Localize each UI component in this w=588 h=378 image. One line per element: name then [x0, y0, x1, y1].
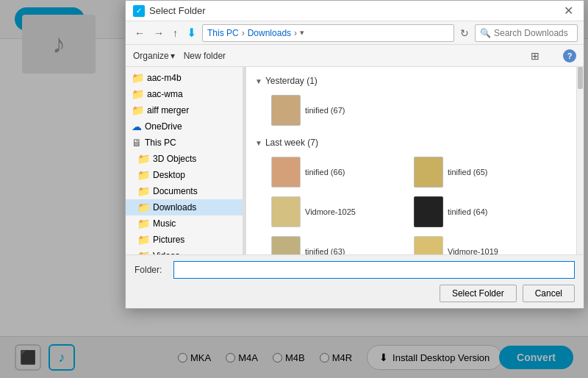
group-toggle-lastweek[interactable]: ▼: [255, 139, 262, 147]
group-yesterday: ▼ Yesterday (1): [255, 76, 567, 86]
files-grid-yesterday: tinified (67): [255, 92, 567, 129]
folder-input[interactable]: [173, 261, 575, 279]
tree-item-music[interactable]: 📁 Music: [126, 215, 243, 232]
breadcrumb-sep1: ›: [242, 28, 245, 38]
search-box: 🔍: [475, 24, 578, 42]
file-thumb: [271, 196, 301, 227]
search-icon: 🔍: [480, 28, 491, 38]
dialog-close-button[interactable]: ✕: [561, 4, 576, 18]
scrollbar-thumb: [578, 67, 583, 89]
tree-item-desktop[interactable]: 📁 Desktop: [126, 167, 243, 183]
files-grid-lastweek: tinified (66) tinified (65) Vidmore-1025…: [255, 154, 567, 254]
file-item-tinified63[interactable]: tinified (63): [267, 233, 406, 254]
files-panel: ▼ Yesterday (1) tinified (67) ▼ Last wee…: [246, 67, 576, 254]
organize-dropdown-icon: ▾: [171, 51, 175, 61]
folder-row: Folder:: [135, 261, 575, 279]
folder-icon: 📁: [137, 169, 150, 181]
breadcrumb-thispc[interactable]: This PC: [207, 28, 239, 38]
file-thumb: [414, 236, 443, 254]
organize-toolbar: Organize ▾ New folder ⊞ ?: [126, 45, 584, 67]
file-thumb: [414, 196, 443, 227]
file-item-tinified66[interactable]: tinified (66): [267, 154, 406, 190]
folder-label: Folder:: [135, 265, 168, 275]
file-thumb: [271, 95, 301, 126]
forward-button[interactable]: →: [151, 26, 167, 40]
dialog-title: Select Folder: [149, 5, 206, 16]
breadcrumb-downloads[interactable]: Downloads: [248, 28, 291, 38]
folder-download-icon: 📁: [137, 202, 150, 213]
select-folder-dialog: ✓ Select Folder ✕ ← → ↑ ⬇ This PC › Down…: [125, 0, 584, 309]
file-item-tinified65[interactable]: tinified (65): [409, 154, 549, 190]
tree-item-onedrive[interactable]: ☁ OneDrive: [126, 118, 243, 135]
help-button[interactable]: ?: [563, 49, 576, 63]
tree-item-thispc[interactable]: 🖥 This PC: [126, 135, 243, 151]
folder-icon: 📁: [137, 218, 150, 229]
dialog-app-icon: ✓: [133, 5, 145, 17]
file-thumb: [271, 236, 301, 254]
cancel-button[interactable]: Cancel: [523, 285, 575, 302]
tree-item-documents[interactable]: 📁 Documents: [126, 183, 243, 199]
computer-icon: 🖥: [132, 137, 142, 149]
panel-scrollbar[interactable]: [576, 67, 584, 254]
folder-icon: 📁: [137, 153, 150, 165]
folder-icon: 📁: [132, 88, 144, 100]
address-dropdown-button[interactable]: ▾: [300, 28, 304, 38]
folder-icon: 📁: [137, 185, 150, 197]
folder-icon: 📁: [132, 72, 144, 84]
tree-item-videos[interactable]: 📁 Videos: [126, 248, 243, 254]
file-item-tinified67[interactable]: tinified (67): [267, 92, 406, 129]
tree-item-downloads[interactable]: 📁 Downloads: [126, 199, 243, 215]
tree-item-aac-wma[interactable]: 📁 aac-wma: [126, 86, 243, 102]
file-thumb: [271, 157, 301, 188]
dialog-titlebar: ✓ Select Folder ✕: [126, 1, 584, 21]
dialog-body: 📁 aac-m4b 📁 aac-wma 📁 aiff merger ☁ OneD…: [126, 67, 584, 254]
file-thumb: [414, 157, 443, 188]
dialog-overlay: ✓ Select Folder ✕ ← → ↑ ⬇ This PC › Down…: [0, 0, 588, 378]
group-lastweek: ▼ Last week (7): [255, 138, 567, 148]
dialog-bottom: Folder: Select Folder Cancel: [126, 254, 584, 308]
navigation-toolbar: ← → ↑ ⬇ This PC › Downloads › ▾ ↻ 🔍: [126, 21, 584, 45]
organize-button[interactable]: Organize ▾: [133, 51, 175, 61]
folder-tree-panel: 📁 aac-m4b 📁 aac-wma 📁 aiff merger ☁ OneD…: [126, 67, 243, 254]
back-button[interactable]: ←: [132, 26, 148, 40]
view-button[interactable]: ⊞: [531, 50, 539, 62]
dialog-actions: Select Folder Cancel: [135, 285, 575, 302]
breadcrumb-sep2: ›: [294, 28, 297, 38]
new-folder-button[interactable]: New folder: [184, 51, 226, 61]
folder-icon: 📁: [137, 234, 150, 246]
file-item-vidmore1019[interactable]: Vidmore-1019: [409, 233, 549, 254]
cloud-icon: ☁: [132, 121, 142, 132]
refresh-button[interactable]: ↻: [457, 26, 472, 40]
file-item-vidmore1025[interactable]: Vidmore-1025: [267, 193, 406, 230]
tree-item-3dobjects[interactable]: 📁 3D Objects: [126, 151, 243, 167]
select-folder-button[interactable]: Select Folder: [440, 285, 517, 302]
tree-item-aac-m4b[interactable]: 📁 aac-m4b: [126, 70, 243, 86]
file-item-tinified64[interactable]: tinified (64): [409, 193, 549, 230]
tree-item-aiff-merger[interactable]: 📁 aiff merger: [126, 102, 243, 118]
down-button[interactable]: ⬇: [184, 24, 199, 41]
tree-item-pictures[interactable]: 📁 Pictures: [126, 232, 243, 248]
folder-icon: 📁: [132, 104, 144, 116]
up-button[interactable]: ↑: [170, 26, 181, 40]
search-input[interactable]: [494, 28, 573, 38]
dialog-title-area: ✓ Select Folder: [133, 5, 206, 17]
address-bar: This PC › Downloads › ▾: [202, 24, 454, 42]
group-toggle-yesterday[interactable]: ▼: [255, 77, 262, 85]
